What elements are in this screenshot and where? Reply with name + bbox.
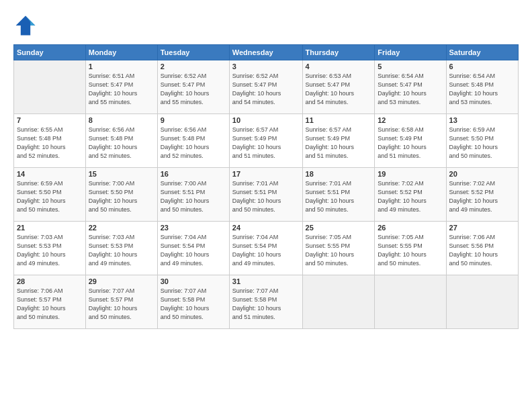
day-number: 12	[378, 116, 443, 124]
day-number: 21	[17, 224, 83, 232]
day-number: 18	[306, 170, 372, 178]
weekday-header-wednesday: Wednesday	[229, 45, 302, 60]
day-info: Sunrise: 6:52 AMSunset: 5:47 PMDaylight:…	[161, 72, 226, 107]
calendar-cell: 25Sunrise: 7:05 AMSunset: 5:55 PMDayligh…	[302, 222, 375, 275]
calendar-cell: 18Sunrise: 7:01 AMSunset: 5:51 PMDayligh…	[302, 168, 375, 222]
calendar-table: SundayMondayTuesdayWednesdayThursdayFrid…	[13, 44, 519, 329]
day-info: Sunrise: 6:57 AMSunset: 5:49 PMDaylight:…	[232, 126, 300, 161]
day-info: Sunrise: 7:04 AMSunset: 5:54 PMDaylight:…	[161, 233, 226, 268]
day-info: Sunrise: 7:07 AMSunset: 5:57 PMDaylight:…	[89, 287, 154, 322]
calendar-cell: 23Sunrise: 7:04 AMSunset: 5:54 PMDayligh…	[157, 222, 229, 275]
day-number: 5	[378, 62, 443, 71]
calendar-cell	[302, 275, 375, 329]
day-number: 22	[89, 224, 154, 232]
week-row-4: 21Sunrise: 7:03 AMSunset: 5:53 PMDayligh…	[14, 222, 519, 275]
day-info: Sunrise: 7:02 AMSunset: 5:52 PMDaylight:…	[449, 179, 515, 214]
calendar-cell	[14, 60, 86, 114]
day-number: 4	[306, 62, 372, 71]
day-info: Sunrise: 6:58 AMSunset: 5:49 PMDaylight:…	[378, 126, 443, 161]
calendar-cell: 8Sunrise: 6:56 AMSunset: 5:48 PMDaylight…	[85, 114, 157, 168]
weekday-header-tuesday: Tuesday	[157, 45, 229, 60]
day-info: Sunrise: 7:07 AMSunset: 5:58 PMDaylight:…	[232, 287, 300, 322]
day-info: Sunrise: 7:01 AMSunset: 5:51 PMDaylight:…	[232, 179, 300, 214]
day-info: Sunrise: 7:06 AMSunset: 5:56 PMDaylight:…	[449, 233, 515, 268]
calendar-cell: 20Sunrise: 7:02 AMSunset: 5:52 PMDayligh…	[446, 168, 518, 222]
calendar-cell: 7Sunrise: 6:55 AMSunset: 5:48 PMDaylight…	[14, 114, 86, 168]
calendar-cell: 16Sunrise: 7:00 AMSunset: 5:51 PMDayligh…	[157, 168, 229, 222]
calendar-container: SundayMondayTuesdayWednesdayThursdayFrid…	[0, 0, 532, 336]
calendar-cell: 3Sunrise: 6:52 AMSunset: 5:47 PMDaylight…	[229, 60, 302, 114]
day-info: Sunrise: 7:05 AMSunset: 5:55 PMDaylight:…	[306, 233, 372, 268]
weekday-header-sunday: Sunday	[14, 45, 86, 60]
day-info: Sunrise: 7:07 AMSunset: 5:58 PMDaylight:…	[161, 287, 226, 322]
calendar-cell: 27Sunrise: 7:06 AMSunset: 5:56 PMDayligh…	[446, 222, 518, 275]
calendar-cell: 21Sunrise: 7:03 AMSunset: 5:53 PMDayligh…	[14, 222, 86, 275]
weekday-header-monday: Monday	[85, 45, 157, 60]
day-number: 7	[17, 116, 83, 124]
calendar-cell: 15Sunrise: 7:00 AMSunset: 5:50 PMDayligh…	[85, 168, 157, 222]
day-number: 16	[161, 170, 226, 178]
weekday-row: SundayMondayTuesdayWednesdayThursdayFrid…	[14, 45, 519, 60]
calendar-header: SundayMondayTuesdayWednesdayThursdayFrid…	[14, 45, 519, 60]
calendar-cell: 30Sunrise: 7:07 AMSunset: 5:58 PMDayligh…	[157, 275, 229, 329]
day-info: Sunrise: 6:56 AMSunset: 5:48 PMDaylight:…	[161, 126, 226, 161]
day-number: 6	[449, 62, 515, 71]
calendar-cell: 11Sunrise: 6:57 AMSunset: 5:49 PMDayligh…	[302, 114, 375, 168]
calendar-cell: 4Sunrise: 6:53 AMSunset: 5:47 PMDaylight…	[302, 60, 375, 114]
calendar-cell: 14Sunrise: 6:59 AMSunset: 5:50 PMDayligh…	[14, 168, 86, 222]
day-info: Sunrise: 7:00 AMSunset: 5:50 PMDaylight:…	[89, 179, 154, 214]
day-info: Sunrise: 6:54 AMSunset: 5:48 PMDaylight:…	[449, 72, 515, 107]
day-number: 27	[449, 224, 515, 232]
day-number: 1	[89, 62, 154, 71]
day-info: Sunrise: 7:00 AMSunset: 5:51 PMDaylight:…	[161, 179, 226, 214]
day-number: 14	[17, 170, 83, 178]
day-info: Sunrise: 6:59 AMSunset: 5:50 PMDaylight:…	[17, 179, 83, 214]
calendar-cell: 19Sunrise: 7:02 AMSunset: 5:52 PMDayligh…	[375, 168, 446, 222]
logo	[13, 13, 40, 38]
day-number: 8	[89, 116, 154, 124]
calendar-cell: 12Sunrise: 6:58 AMSunset: 5:49 PMDayligh…	[375, 114, 446, 168]
calendar-cell: 31Sunrise: 7:07 AMSunset: 5:58 PMDayligh…	[229, 275, 302, 329]
day-number: 20	[449, 170, 515, 178]
day-number: 10	[232, 116, 300, 124]
day-number: 23	[161, 224, 226, 232]
day-info: Sunrise: 6:55 AMSunset: 5:48 PMDaylight:…	[17, 126, 83, 161]
calendar-body: 1Sunrise: 6:51 AMSunset: 5:47 PMDaylight…	[14, 60, 519, 329]
calendar-cell: 9Sunrise: 6:56 AMSunset: 5:48 PMDaylight…	[157, 114, 229, 168]
week-row-1: 1Sunrise: 6:51 AMSunset: 5:47 PMDaylight…	[14, 60, 519, 114]
day-info: Sunrise: 6:51 AMSunset: 5:47 PMDaylight:…	[89, 72, 154, 107]
weekday-header-thursday: Thursday	[302, 45, 375, 60]
day-number: 9	[161, 116, 226, 124]
calendar-cell: 22Sunrise: 7:03 AMSunset: 5:53 PMDayligh…	[85, 222, 157, 275]
calendar-cell: 1Sunrise: 6:51 AMSunset: 5:47 PMDaylight…	[85, 60, 157, 114]
weekday-header-friday: Friday	[375, 45, 446, 60]
day-number: 2	[161, 62, 226, 71]
logo-icon	[13, 13, 38, 38]
day-info: Sunrise: 6:53 AMSunset: 5:47 PMDaylight:…	[306, 72, 372, 107]
calendar-cell: 5Sunrise: 6:54 AMSunset: 5:47 PMDaylight…	[375, 60, 446, 114]
day-info: Sunrise: 7:02 AMSunset: 5:52 PMDaylight:…	[378, 179, 443, 214]
day-number: 24	[232, 224, 300, 232]
day-number: 31	[232, 277, 300, 285]
calendar-cell	[446, 275, 518, 329]
day-info: Sunrise: 7:03 AMSunset: 5:53 PMDaylight:…	[17, 233, 83, 268]
day-info: Sunrise: 6:56 AMSunset: 5:48 PMDaylight:…	[89, 126, 154, 161]
calendar-cell: 6Sunrise: 6:54 AMSunset: 5:48 PMDaylight…	[446, 60, 518, 114]
week-row-2: 7Sunrise: 6:55 AMSunset: 5:48 PMDaylight…	[14, 114, 519, 168]
day-info: Sunrise: 6:59 AMSunset: 5:50 PMDaylight:…	[449, 126, 515, 161]
calendar-cell: 10Sunrise: 6:57 AMSunset: 5:49 PMDayligh…	[229, 114, 302, 168]
day-info: Sunrise: 6:52 AMSunset: 5:47 PMDaylight:…	[232, 72, 300, 107]
day-info: Sunrise: 7:05 AMSunset: 5:55 PMDaylight:…	[378, 233, 443, 268]
day-number: 15	[89, 170, 154, 178]
day-info: Sunrise: 7:03 AMSunset: 5:53 PMDaylight:…	[89, 233, 154, 268]
day-info: Sunrise: 6:54 AMSunset: 5:47 PMDaylight:…	[378, 72, 443, 107]
day-number: 30	[161, 277, 226, 285]
calendar-cell: 17Sunrise: 7:01 AMSunset: 5:51 PMDayligh…	[229, 168, 302, 222]
day-number: 19	[378, 170, 443, 178]
day-number: 11	[306, 116, 372, 124]
calendar-cell: 26Sunrise: 7:05 AMSunset: 5:55 PMDayligh…	[375, 222, 446, 275]
header	[13, 11, 519, 38]
day-number: 13	[449, 116, 515, 124]
calendar-cell	[375, 275, 446, 329]
calendar-cell: 28Sunrise: 7:06 AMSunset: 5:57 PMDayligh…	[14, 275, 86, 329]
